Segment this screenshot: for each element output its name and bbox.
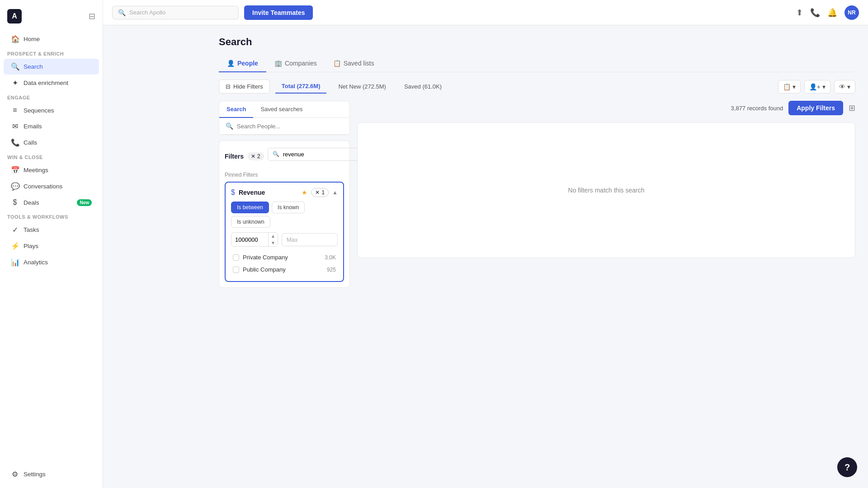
- global-search[interactable]: 🔍 Search Apollo: [112, 6, 239, 19]
- sidebar-section-prospect: Prospect & enrich: [0, 47, 103, 58]
- sidebar-item-data-enrichment[interactable]: ✦ Data enrichment: [4, 75, 99, 91]
- hide-filters-button[interactable]: ⊟ Hide Filters: [219, 80, 270, 94]
- conversations-icon: 💬: [11, 182, 19, 191]
- sidebar-section-engage: Engage: [0, 91, 103, 102]
- filter-bar: ⊟ Hide Filters Total (272.6M) Net New (2…: [219, 80, 855, 94]
- sidebar-toggle[interactable]: ⊟: [89, 11, 95, 21]
- revenue-count-badge: ✕ 1: [311, 188, 329, 197]
- sidebar-item-meetings[interactable]: 📅 Meetings: [4, 162, 99, 178]
- filter-search-bar[interactable]: 🔍: [268, 148, 364, 161]
- sidebar-section-tools: Tools & workflows: [0, 211, 103, 221]
- saved-filter-tab[interactable]: Saved (61.0K): [398, 80, 448, 93]
- range-inputs: ▲ ▼ Max: [231, 232, 338, 247]
- sidebar-item-settings[interactable]: ⚙ Settings: [4, 466, 99, 482]
- left-panel: Search Saved searches 🔍 Filters ✕: [219, 101, 350, 288]
- public-company-checkbox[interactable]: [233, 267, 239, 273]
- sidebar-item-analytics[interactable]: 📊 Analytics: [4, 254, 99, 270]
- settings-icon: ⚙: [11, 470, 19, 479]
- chevron-down-icon3: ▾: [847, 83, 850, 90]
- search-icon: 🔍: [118, 9, 126, 16]
- table-layout-icon[interactable]: ⊞: [849, 103, 855, 113]
- save-to-list-button[interactable]: 📋 ▾: [778, 80, 801, 94]
- total-filter-tab[interactable]: Total (272.6M): [275, 80, 327, 94]
- close-icon: ✕: [251, 153, 255, 160]
- eye-button[interactable]: 👁 ▾: [834, 80, 855, 94]
- upload-icon[interactable]: ⬆: [796, 8, 803, 18]
- invite-teammates-button[interactable]: Invite Teammates: [244, 5, 313, 20]
- tab-saved-lists[interactable]: 📋 Saved lists: [325, 55, 382, 72]
- sidebar-logo: A ⊟: [0, 5, 103, 31]
- deals-new-badge: New: [77, 199, 92, 206]
- revenue-filter-card: $ Revenue ★ ✕ 1 ▲ Is between: [225, 182, 344, 282]
- private-company-item[interactable]: Private Company 3.0K: [231, 251, 338, 263]
- public-company-count: 925: [327, 267, 336, 273]
- star-icon[interactable]: ★: [302, 189, 307, 196]
- analytics-icon: 📊: [11, 258, 19, 267]
- sidebar-item-deals[interactable]: $ Deals New: [4, 195, 99, 210]
- plays-icon: ⚡: [11, 242, 19, 250]
- filter-count-badge[interactable]: ✕ 2: [247, 152, 264, 160]
- is-unknown-btn[interactable]: Is unknown: [231, 216, 270, 228]
- apply-filters-button[interactable]: Apply Filters: [788, 101, 843, 115]
- sidebar-item-plays[interactable]: ⚡ Plays: [4, 238, 99, 254]
- companies-tab-icon: 🏢: [274, 60, 282, 67]
- is-known-btn[interactable]: Is known: [272, 202, 305, 213]
- sequences-icon: ≡: [11, 106, 19, 114]
- pinned-filters-label: Pinned Filters: [225, 172, 344, 178]
- header-icons: ⬆ 📞 🔔 NR: [796, 5, 859, 20]
- max-range-input[interactable]: Max: [282, 233, 338, 246]
- phone-icon[interactable]: 📞: [810, 8, 820, 18]
- panel-tab-search[interactable]: Search: [219, 101, 253, 118]
- page-title: Search: [219, 36, 855, 48]
- add-person-button[interactable]: 👤+ ▾: [804, 80, 830, 94]
- net-new-filter-tab[interactable]: Net New (272.5M): [332, 80, 392, 93]
- sidebar-item-conversations[interactable]: 💬 Conversations: [4, 178, 99, 194]
- sidebar-item-search[interactable]: 🔍 Search: [4, 59, 99, 75]
- help-button[interactable]: ?: [837, 457, 857, 477]
- sidebar-item-emails[interactable]: ✉ Emails: [4, 118, 99, 134]
- filter-condition-options: Is between Is known Is unknown: [231, 202, 338, 228]
- chevron-down-icon2: ▾: [822, 83, 826, 90]
- filter-search-input[interactable]: [283, 151, 359, 158]
- bell-icon[interactable]: 🔔: [827, 8, 837, 18]
- header: 🔍 Search Apollo Invite Teammates ⬆ 📞 🔔 N…: [103, 0, 868, 25]
- public-company-item[interactable]: Public Company 925: [231, 263, 338, 276]
- filters-label: Filters: [225, 153, 244, 160]
- sidebar-item-sequences[interactable]: ≡ Sequences: [4, 103, 99, 118]
- list-icon: 📋: [783, 83, 791, 90]
- data-enrichment-icon: ✦: [11, 79, 19, 87]
- sidebar-nav: 🏠 Home Prospect & enrich 🔍 Search ✦ Data…: [0, 31, 103, 271]
- no-filters-message: No filters match this search: [357, 122, 855, 258]
- panel-tab-saved[interactable]: Saved searches: [253, 101, 310, 118]
- is-between-btn[interactable]: Is between: [231, 202, 269, 213]
- collapse-icon[interactable]: ▲: [332, 189, 338, 196]
- home-icon: 🏠: [11, 35, 19, 43]
- chevron-down-icon: ▾: [793, 83, 796, 90]
- revenue-label: Revenue: [239, 189, 298, 196]
- sidebar-item-home[interactable]: 🏠 Home: [4, 31, 99, 47]
- tab-companies[interactable]: 🏢 Companies: [266, 55, 325, 72]
- tab-people[interactable]: 👤 People: [219, 55, 266, 72]
- calls-icon: 📞: [11, 138, 19, 147]
- content-area: Search Saved searches 🔍 Filters ✕: [219, 101, 855, 288]
- search-filter-panel: Search Saved searches 🔍: [219, 101, 350, 135]
- public-company-label: Public Company: [243, 266, 323, 273]
- search-people-input[interactable]: [237, 123, 343, 130]
- sidebar-item-tasks[interactable]: ✓ Tasks: [4, 222, 99, 238]
- private-company-label: Private Company: [243, 254, 321, 261]
- private-company-checkbox[interactable]: [233, 254, 239, 261]
- min-range-input[interactable]: ▲ ▼: [231, 232, 278, 247]
- records-bar: 3,877 records found Apply Filters ⊞: [357, 101, 855, 115]
- user-avatar[interactable]: NR: [844, 5, 859, 20]
- sidebar-item-calls[interactable]: 📞 Calls: [4, 135, 99, 150]
- increment-btn[interactable]: ▲: [269, 233, 278, 239]
- search-small-icon: 🔍: [226, 122, 233, 130]
- people-search[interactable]: 🔍: [219, 118, 349, 135]
- private-company-count: 3.0K: [325, 254, 336, 261]
- app-logo[interactable]: A: [7, 9, 22, 23]
- min-value-input[interactable]: [231, 234, 268, 246]
- decrement-btn[interactable]: ▼: [269, 239, 278, 246]
- filter-icon: ⊟: [226, 83, 231, 90]
- main-content: Search 👤 People 🏢 Companies 📋 Saved list…: [206, 25, 868, 488]
- person-add-icon: 👤+: [809, 83, 821, 90]
